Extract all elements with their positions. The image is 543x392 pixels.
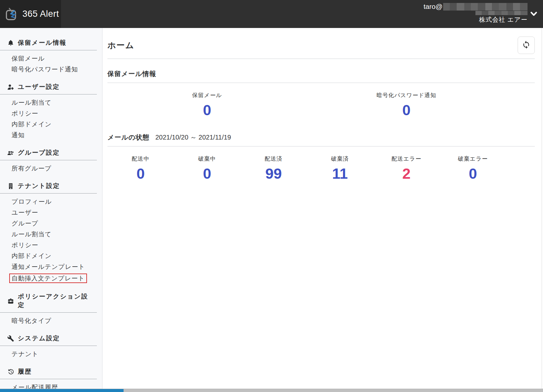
- stat-value: 0: [440, 166, 506, 182]
- stat-card: 配送エラー 2: [373, 155, 440, 182]
- held-mail-section: 保留メール情報 保留メール 0 暗号化パスワード通知 0: [107, 69, 535, 122]
- sidebar-item[interactable]: ルール割当て: [0, 97, 102, 108]
- sidebar-item-label-highlighted: 自動挿入文テンプレート: [9, 274, 87, 283]
- sidebar-section-title: グループ設定: [18, 148, 60, 157]
- stat-card: 暗号化パスワード通知 0: [307, 91, 506, 118]
- sidebar-item-label: グループ: [12, 220, 38, 227]
- company-name: 株式会社 エアー: [479, 16, 528, 23]
- horizontal-scrollbar[interactable]: [0, 389, 543, 392]
- app-window: 365 Alert taro@ 株式会社 エアー 保留メール情報 保留メール暗号…: [0, 0, 543, 392]
- sidebar-item-label: ルール割当て: [12, 231, 51, 238]
- sidebar-section-title: システム設定: [18, 334, 60, 343]
- stat-card: 破棄エラー 0: [440, 155, 506, 182]
- sidebar-item[interactable]: 暗号化タイプ: [0, 315, 102, 326]
- sidebar-item-label: プロフィール: [12, 198, 52, 205]
- stat-label: 配送済: [240, 155, 307, 163]
- sidebar-section-title: ユーザー設定: [18, 83, 60, 91]
- page-title: ホーム: [107, 40, 134, 51]
- held-mail-section-title: 保留メール情報: [107, 69, 535, 78]
- sidebar-item-label: 暗号化タイプ: [12, 317, 51, 324]
- sidebar-section-header: ユーザー設定: [0, 79, 97, 94]
- stat-value: 2: [373, 166, 440, 182]
- redacted-email-mosaic: [443, 3, 528, 11]
- bell-icon: [7, 39, 14, 46]
- stat-label: 破棄エラー: [440, 155, 506, 163]
- stat-value: 0: [107, 166, 174, 182]
- date-range: 2021/10/20 ～ 2021/11/19: [155, 133, 231, 142]
- sidebar-item[interactable]: 通知: [0, 130, 102, 141]
- sidebar-item[interactable]: 保留メール: [0, 53, 102, 64]
- sidebar-section-header: 保留メール情報: [0, 35, 97, 50]
- app-title: 365 Alert: [22, 9, 59, 19]
- toolbox-icon: [7, 298, 14, 304]
- user-menu[interactable]: taro@ 株式会社 エアー: [423, 3, 537, 23]
- sidebar-item-label: 内部ドメイン: [12, 252, 52, 259]
- stat-value: 99: [240, 166, 307, 182]
- sidebar-item[interactable]: プロフィール: [0, 196, 102, 207]
- sidebar-item-label: 内部ドメイン: [12, 121, 52, 128]
- user-email-prefix: taro@: [423, 3, 443, 11]
- sidebar-section-items: ルール割当てポリシー内部ドメイン通知: [0, 94, 102, 142]
- sidebar-item[interactable]: ポリシー: [0, 108, 102, 119]
- sidebar-section-items: 暗号化タイプ: [0, 313, 102, 327]
- sidebar-item[interactable]: ポリシー: [0, 240, 102, 250]
- sidebar-item[interactable]: テナント: [0, 349, 102, 359]
- sidebar-section-header: 履歴: [0, 363, 97, 379]
- sidebar-section-title: テナント設定: [18, 182, 60, 190]
- sidebar-item-label: ルール割当て: [12, 99, 51, 106]
- refresh-icon: [522, 40, 530, 50]
- stat-card: 保留メール 0: [107, 91, 307, 118]
- sidebar-item[interactable]: 内部ドメイン: [0, 119, 102, 130]
- sidebar-section-title: ポリシーアクション設定: [18, 292, 92, 309]
- sidebar-item[interactable]: グループ: [0, 218, 102, 229]
- vertical-scrollbar[interactable]: [541, 28, 543, 389]
- stat-value: 0: [307, 102, 506, 118]
- stat-value: 11: [307, 166, 373, 182]
- sidebar-item-label: 通知メールテンプレート: [12, 263, 85, 270]
- main-content: ホーム 保留メール情報 保留メール 0 暗号化パスワード通知 0 メー: [102, 28, 541, 389]
- sidebar-item-label: 保留メール: [12, 55, 45, 62]
- stat-label: 破棄中: [174, 155, 241, 163]
- top-header: 365 Alert taro@ 株式会社 エアー: [0, 0, 543, 28]
- sidebar-item[interactable]: 所有グループ: [0, 163, 102, 174]
- sidebar-item-label: メール配送履歴: [12, 384, 58, 389]
- sidebar-section-items: メール配送履歴暗号化パスワード履歴: [0, 379, 102, 389]
- sidebar-item[interactable]: ユーザー: [0, 207, 102, 218]
- stat-label: 暗号化パスワード通知: [307, 91, 506, 99]
- refresh-button[interactable]: [518, 37, 535, 54]
- user-gear-icon: [7, 84, 14, 91]
- horizontal-scrollbar-thumb[interactable]: [0, 389, 124, 392]
- sidebar-item-label: 所有グループ: [12, 165, 51, 172]
- stat-card: 破棄中 0: [174, 155, 241, 182]
- held-mail-stats-row: 保留メール 0 暗号化パスワード通知 0: [107, 83, 506, 122]
- users-gear-icon: [7, 149, 14, 156]
- stat-card: 配送済 99: [240, 155, 307, 182]
- sidebar-section-header: グループ設定: [0, 144, 97, 160]
- sidebar-section-header: ポリシーアクション設定: [0, 288, 97, 313]
- history-icon: [7, 368, 14, 375]
- sidebar-section: システム設定 テナント: [0, 330, 102, 361]
- mail-status-stats-row: 配送中 0 破棄中 0 配送済 99 破棄済 11 配送エラー 2 破棄エラー …: [107, 146, 506, 185]
- building-icon: [7, 183, 14, 190]
- sidebar-section: テナント設定 プロフィールユーザーグループルール割当てポリシー内部ドメイン通知メ…: [0, 178, 102, 286]
- sidebar-item[interactable]: メール配送履歴: [0, 382, 102, 389]
- sidebar-item[interactable]: 自動挿入文テンプレート: [0, 272, 102, 284]
- stat-label: 保留メール: [107, 91, 307, 99]
- sidebar-item-label: 通知: [12, 132, 25, 139]
- chevron-down-icon[interactable]: [530, 12, 537, 17]
- sidebar-section-header: システム設定: [0, 330, 97, 346]
- stat-card: 配送中 0: [107, 155, 174, 182]
- mail-status-section: メールの状態 2021/10/20 ～ 2021/11/19 配送中 0 破棄中…: [107, 133, 535, 185]
- sidebar-item[interactable]: 通知メールテンプレート: [0, 261, 102, 272]
- stat-label: 破棄済: [307, 155, 373, 163]
- sidebar-section-header: テナント設定: [0, 178, 97, 194]
- sidebar-item-label: テナント: [12, 351, 39, 357]
- sidebar-item[interactable]: ルール割当て: [0, 229, 102, 240]
- sidebar-item[interactable]: 暗号化パスワード通知: [0, 64, 102, 75]
- sidebar-section-items: プロフィールユーザーグループルール割当てポリシー内部ドメイン通知メールテンプレー…: [0, 194, 102, 286]
- app-logo[interactable]: 365 Alert: [0, 0, 61, 28]
- mail-status-section-title: メールの状態: [107, 133, 149, 142]
- stat-value: 0: [107, 102, 307, 118]
- sidebar-item[interactable]: 内部ドメイン: [0, 250, 102, 261]
- app-logo-icon: [5, 7, 19, 21]
